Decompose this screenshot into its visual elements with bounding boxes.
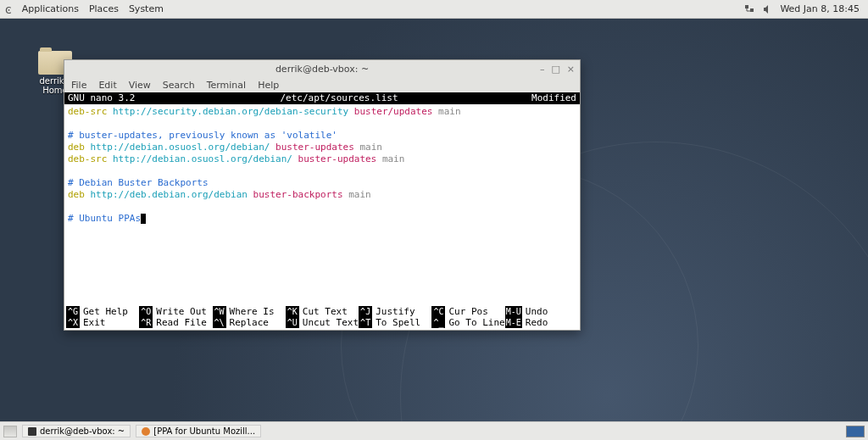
nano-key: ^C: [431, 306, 445, 317]
task-label: [PPA for Ubuntu Mozill...: [153, 426, 255, 436]
nano-key-label: Where Is: [230, 306, 275, 317]
editor-line: deb http://debian.osuosl.org/debian/ bus…: [68, 142, 576, 153]
nano-key-label: Read File: [156, 317, 207, 328]
window-close-button[interactable]: ×: [567, 64, 575, 75]
nano-key-label: Undo: [526, 306, 548, 317]
nano-help-item: ^GGet Help: [66, 306, 139, 317]
editor-line: # Ubuntu PPAs: [68, 213, 576, 225]
nano-key: ^O: [139, 306, 153, 317]
show-desktop-button[interactable]: [3, 426, 17, 437]
nano-help-item: ^CCur Pos: [431, 306, 504, 317]
nano-key: ^J: [359, 306, 372, 317]
terminal-menubar: File Edit View Search Terminal Help: [64, 77, 580, 92]
nano-key-label: Uncut Text: [303, 317, 359, 328]
nano-key-label: Redo: [526, 317, 548, 328]
task-terminal[interactable]: derrik@deb-vbox: ~: [22, 425, 131, 437]
nano-help-column: M-UUndoM-ERedo: [505, 306, 578, 328]
menu-applications[interactable]: Applications: [22, 3, 79, 14]
text-cursor: [141, 214, 146, 224]
menu-view[interactable]: View: [129, 80, 151, 91]
clock[interactable]: Wed Jan 8, 18:45: [780, 3, 860, 14]
nano-key: ^X: [66, 317, 80, 328]
nano-header: GNU nano 3.2 /etc/apt/sources.list Modif…: [64, 92, 580, 104]
nano-key-label: Exit: [83, 317, 106, 328]
editor-line: deb-src http://security.debian.org/debia…: [68, 106, 576, 118]
nano-help-item: ^KCut Text: [286, 306, 359, 317]
editor-line: deb http://deb.debian.org/debian buster-…: [68, 189, 576, 201]
nano-editor[interactable]: deb-src http://security.debian.org/debia…: [64, 104, 580, 225]
nano-key-label: Replace: [230, 317, 269, 328]
nano-filename: /etc/apt/sources.list: [170, 92, 509, 104]
nano-help-item: ^OWrite Out: [139, 306, 212, 317]
editor-line: deb-src http://debian.osuosl.org/debian/…: [68, 153, 576, 165]
nano-help-item: M-UUndo: [505, 306, 578, 317]
nano-help-column: ^OWrite Out^RRead File: [139, 306, 212, 328]
terminal-icon: [28, 427, 36, 436]
bottom-taskbar: derrik@deb-vbox: ~[PPA for Ubuntu Mozill…: [0, 421, 868, 440]
menu-search[interactable]: Search: [163, 80, 195, 91]
gnome-logo-icon: ͼ: [5, 3, 12, 16]
nano-help-item: ^JJustify: [359, 306, 431, 317]
menu-file[interactable]: File: [71, 80, 86, 91]
nano-key: ^T: [359, 317, 372, 328]
nano-key-label: Go To Line: [448, 317, 504, 328]
nano-key: ^_: [431, 317, 445, 328]
nano-key: ^K: [286, 306, 299, 317]
nano-help-column: ^KCut Text^UUncut Text: [286, 306, 359, 328]
menu-edit[interactable]: Edit: [98, 80, 116, 91]
nano-help-item: ^XExit: [66, 317, 139, 328]
nano-status: Modified: [509, 92, 576, 104]
nano-help-item: ^_Go To Line: [431, 317, 504, 328]
editor-line: [68, 165, 576, 177]
nano-key-label: Cur Pos: [448, 306, 487, 317]
nano-help-item: M-ERedo: [505, 317, 578, 328]
web-icon: [142, 427, 150, 436]
nano-key-label: To Spell: [376, 317, 420, 328]
top-panel: ͼ Applications Places System Wed Jan 8, …: [0, 0, 868, 19]
menu-system[interactable]: System: [129, 3, 164, 14]
nano-app-name: GNU nano 3.2: [68, 92, 170, 104]
window-titlebar[interactable]: derrik@deb-vbox: ~ – □ ×: [64, 60, 580, 77]
network-icon[interactable]: [744, 4, 756, 14]
nano-help-item: ^RRead File: [139, 317, 212, 328]
terminal-content[interactable]: GNU nano 3.2 /etc/apt/sources.list Modif…: [64, 92, 580, 330]
menu-terminal[interactable]: Terminal: [207, 80, 247, 91]
volume-icon[interactable]: [763, 4, 773, 14]
task-label: derrik@deb-vbox: ~: [40, 426, 125, 436]
nano-help-column: ^WWhere Is^\Replace: [213, 306, 286, 328]
nano-key-label: Write Out: [156, 306, 207, 317]
nano-help-item: ^WWhere Is: [213, 306, 286, 317]
editor-line: [68, 118, 576, 130]
svg-rect-0: [745, 5, 748, 8]
editor-line: # buster-updates, previously known as 'v…: [68, 130, 576, 142]
nano-help-column: ^JJustify^TTo Spell: [359, 306, 431, 328]
task-browser[interactable]: [PPA for Ubuntu Mozill...: [136, 425, 261, 437]
window-minimize-button[interactable]: –: [540, 64, 545, 75]
task-list: derrik@deb-vbox: ~[PPA for Ubuntu Mozill…: [22, 425, 261, 437]
nano-key: ^\: [213, 317, 226, 328]
nano-key: ^W: [213, 306, 226, 317]
editor-line: # Debian Buster Backports: [68, 177, 576, 189]
nano-key: ^R: [139, 317, 153, 328]
window-title: derrik@deb-vbox: ~: [275, 64, 369, 75]
nano-key: M-E: [505, 317, 522, 328]
nano-key-label: Cut Text: [303, 306, 348, 317]
nano-key-label: Justify: [376, 306, 415, 317]
nano-help-column: ^GGet Help^XExit: [66, 306, 139, 328]
nano-footer: ^GGet Help^XExit^OWrite Out^RRead File^W…: [64, 306, 580, 330]
terminal-window: derrik@deb-vbox: ~ – □ × File Edit View …: [64, 59, 581, 331]
nano-key-label: Get Help: [83, 306, 128, 317]
nano-key: ^G: [66, 306, 80, 317]
nano-key: ^U: [286, 317, 299, 328]
nano-help-item: ^\Replace: [213, 317, 286, 328]
workspace-pager[interactable]: [846, 426, 865, 437]
menu-places[interactable]: Places: [89, 3, 119, 14]
nano-help-item: ^UUncut Text: [286, 317, 359, 328]
nano-help-item: ^TTo Spell: [359, 317, 431, 328]
nano-key: M-U: [505, 306, 522, 317]
window-maximize-button[interactable]: □: [551, 64, 559, 75]
nano-help-column: ^CCur Pos^_Go To Line: [431, 306, 504, 328]
editor-line: [68, 201, 576, 213]
menu-help[interactable]: Help: [258, 80, 279, 91]
